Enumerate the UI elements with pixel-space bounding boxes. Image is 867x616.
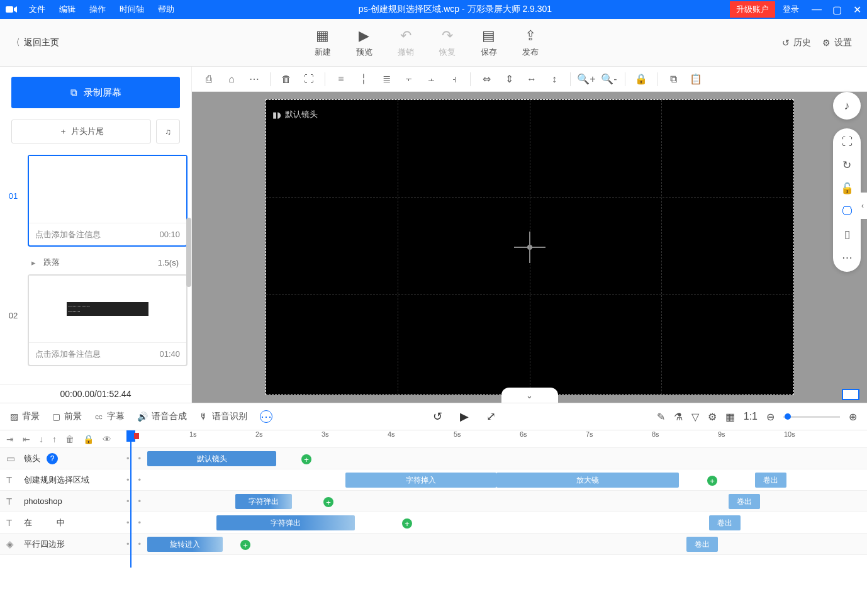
maximize-button[interactable]: ▢ [827,4,847,16]
equal-width-icon[interactable]: ↔ [522,70,541,89]
clip[interactable]: 卷出 [729,494,760,509]
down-icon[interactable]: ↓ [39,434,43,444]
audio-panel-button[interactable]: ♪ [833,92,861,120]
settings-icon[interactable]: ⚙ [708,411,717,423]
add-clip-button[interactable]: + [301,454,311,464]
scene-note[interactable]: 点击添加备注信息 [35,349,101,360]
tab-foreground[interactable]: ▢前景 [52,411,82,422]
fullscreen-button[interactable]: ⤢ [486,410,496,423]
menu-file[interactable]: 文件 [23,4,52,15]
track-lane[interactable]: 字符掉入 放大镜 + 卷出 [147,469,867,490]
music-button[interactable]: ♫ [156,120,180,143]
clip[interactable]: 卷出 [709,515,741,530]
track-lane[interactable]: 字符弹出 + 卷出 [147,512,867,533]
more-icon[interactable]: ⋯ [245,70,264,89]
zoom-in-icon[interactable]: 🔍+ [577,70,596,89]
settings-button[interactable]: ⚙设置 [822,37,852,48]
add-clip-button[interactable]: + [323,497,333,507]
login-button[interactable]: 登录 [775,4,807,15]
copy-icon[interactable]: ⧉ [664,70,683,89]
save-button[interactable]: ▤保存 [481,28,497,58]
tab-asr[interactable]: 🎙语音识别 [199,411,247,422]
layout-icon[interactable]: ⎙ [199,70,218,89]
play-icon[interactable]: ▸ [31,258,36,267]
distribute-h-icon[interactable]: ⇔ [477,70,496,89]
home-icon[interactable]: ⌂ [222,70,241,89]
export-icon[interactable]: ⇤ [23,434,30,444]
menu-edit[interactable]: 编辑 [53,4,82,15]
unlock-icon[interactable]: 🔓 [841,182,854,195]
eye-icon[interactable]: 👁 [103,434,111,444]
timeline-ruler[interactable]: 1s 2s 3s 4s 5s 6s 7s 8s 9s 10s [126,430,861,448]
track-lane[interactable]: 字符弹出 + 卷出 [147,491,867,512]
add-clip-button[interactable]: + [402,518,412,529]
align-center-h-icon[interactable]: ╎ [354,70,373,89]
help-icon[interactable]: ? [47,453,58,464]
lock-track-icon[interactable]: 🔒 [83,434,94,444]
history-button[interactable]: ↺历史 [782,37,811,48]
undo-button[interactable]: ↶撤销 [398,28,414,58]
more-icon[interactable]: ⋯ [842,251,853,264]
clip[interactable]: 卷出 [755,473,786,488]
publish-button[interactable]: ⇪发布 [522,28,539,58]
clip[interactable]: 字符弹出 [216,515,355,530]
fullscreen-icon[interactable]: ⛶ [842,136,853,148]
collapse-canvas-button[interactable]: ⌄ [501,388,558,403]
upgrade-button[interactable]: 升级账户 [730,1,775,18]
zoom-out-timeline[interactable]: ⊖ [766,411,775,423]
align-bottom-icon[interactable]: ⫞ [445,70,464,89]
grid-icon[interactable]: ▦ [725,411,735,423]
rotate-icon[interactable]: ↻ [842,159,851,172]
track-lane[interactable]: 旋转进入 + 卷出 [147,534,867,554]
add-clip-button[interactable]: + [707,476,717,486]
up-icon[interactable]: ↑ [52,434,57,444]
expand-right-panel[interactable]: ‹ [858,193,867,219]
transition-row[interactable]: ▸ 跌落 1.5(s) [4,254,187,274]
add-clip-button[interactable]: + [240,540,250,550]
zoom-out-icon[interactable]: 🔍- [600,70,618,89]
lock-icon[interactable]: 🔒 [632,70,651,89]
equal-height-icon[interactable]: ↕ [545,70,564,89]
monitor-icon[interactable]: 🖵 [842,205,853,218]
close-button[interactable]: ✕ [847,4,867,16]
delete-icon[interactable]: 🗑 [277,70,296,89]
record-screen-button[interactable]: ⧉ 录制屏幕 [11,77,180,108]
zoom-slider[interactable] [783,416,840,418]
trash-icon[interactable]: 🗑 [65,434,74,444]
clip[interactable]: 卷出 [686,537,718,552]
track-lane[interactable]: 默认镜头 + [147,448,867,469]
import-icon[interactable]: ⇥ [6,434,14,444]
rewind-button[interactable]: ↺ [433,410,442,423]
clip[interactable]: 旋转进入 [147,537,223,552]
intro-outro-button[interactable]: ＋片头片尾 [11,120,151,143]
align-left-icon[interactable]: ≡ [332,70,350,89]
tab-tts[interactable]: 🔊语音合成 [137,411,187,422]
align-center-v-icon[interactable]: ⫠ [422,70,441,89]
minimize-button[interactable]: — [807,4,827,15]
scene-item-2[interactable]: 02 ···························· 点击添加备注信息… [4,274,187,366]
more-tabs-button[interactable]: ⋯ [260,410,272,423]
clip[interactable]: 放大镜 [496,473,679,488]
clip[interactable]: 默认镜头 [147,451,276,466]
redo-button[interactable]: ↷恢复 [439,28,456,58]
funnel-icon[interactable]: ▽ [691,411,699,423]
menu-timeline[interactable]: 时间轴 [113,4,150,15]
canvas[interactable]: ▮◗默认镜头 [266,99,794,395]
tab-subtitle[interactable]: ㏄字幕 [94,411,125,422]
clip[interactable]: 字符掉入 [345,473,496,488]
preview-button[interactable]: ▶预览 [356,28,372,58]
filter-icon[interactable]: ⚗ [674,411,683,423]
mobile-icon[interactable]: ▯ [844,228,850,241]
scene-item-1[interactable]: 01 点击添加备注信息00:10 [4,155,187,247]
menu-help[interactable]: 帮助 [152,4,181,15]
zoom-in-timeline[interactable]: ⊕ [849,411,857,423]
align-top-icon[interactable]: ⫟ [400,70,418,89]
menu-action[interactable]: 操作 [83,4,112,15]
scene-note[interactable]: 点击添加备注信息 [35,229,101,240]
mini-preview[interactable] [842,389,859,400]
new-button[interactable]: ▦新建 [315,28,331,58]
ratio-icon[interactable]: 1:1 [744,411,758,422]
paste-icon[interactable]: 📋 [686,70,705,89]
back-home-button[interactable]: 〈 返回主页 [0,37,70,48]
focus-icon[interactable]: ⛶ [299,70,318,89]
